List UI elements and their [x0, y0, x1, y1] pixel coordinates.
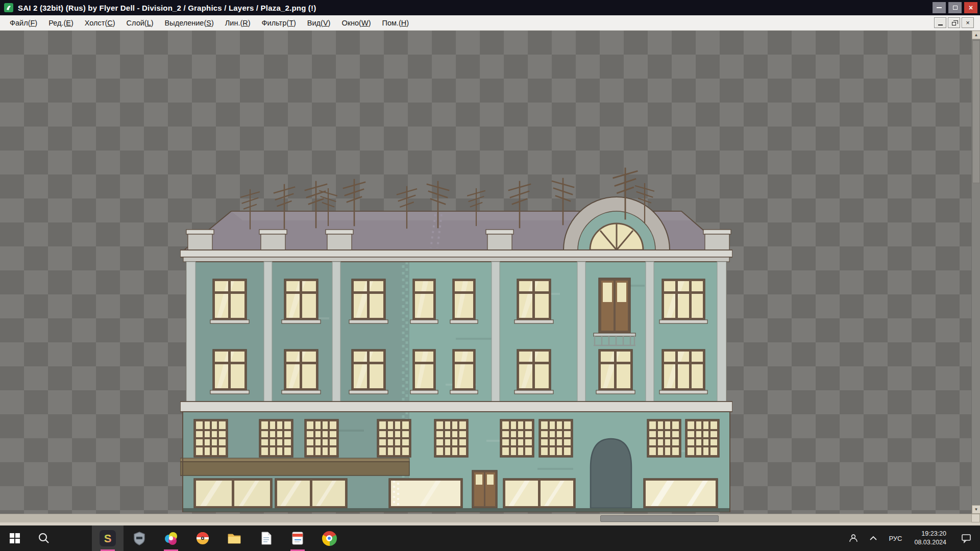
menu-item-edit[interactable]: Ред.(E)	[43, 15, 79, 30]
people-button[interactable]	[843, 525, 864, 551]
folder-icon	[227, 531, 242, 546]
minimize-button[interactable]	[933, 2, 946, 13]
people-icon	[848, 533, 859, 543]
awning	[180, 458, 409, 475]
dormer-arch	[564, 197, 670, 250]
clock-date: 08.03.2024	[914, 538, 946, 547]
taskbar-app-game[interactable]	[124, 525, 155, 551]
minimize-icon	[937, 7, 942, 8]
maximize-button[interactable]	[948, 2, 962, 13]
chrome-icon	[322, 531, 337, 546]
canvas-viewport[interactable]	[0, 31, 971, 514]
paint-splat-icon	[163, 531, 179, 546]
notebook-icon	[290, 531, 305, 546]
search-icon	[38, 532, 50, 544]
menu-item-help[interactable]: Пом.(H)	[376, 15, 414, 30]
taskbar-app-notes[interactable]	[282, 525, 313, 551]
system-tray: РУС 19:23:20 08.03.2024	[843, 525, 980, 551]
window-title: SAI 2 (32bit) (Rus) by Flyer Dell - Divi…	[18, 4, 316, 12]
maximize-icon	[953, 6, 958, 10]
menu-item-canvas[interactable]: Холст(C)	[79, 15, 121, 30]
doc-minimize-button[interactable]	[934, 17, 946, 28]
sai2-icon: S	[100, 530, 116, 546]
cornice	[180, 250, 732, 262]
start-button[interactable]	[0, 525, 30, 551]
restore-icon	[952, 22, 956, 26]
menu-item-line[interactable]: Лин.(R)	[219, 15, 256, 30]
scroll-up-button[interactable]: ▲	[972, 31, 980, 39]
balcony-door	[594, 278, 635, 345]
taskbar-app-round[interactable]	[187, 525, 218, 551]
ground-floor	[180, 412, 730, 512]
language-indicator[interactable]: РУС	[883, 525, 908, 551]
canvas-artwork-building	[180, 164, 732, 512]
menu-item-layer[interactable]: Слой(L)	[121, 15, 159, 30]
horizontal-scrollbar-thumb[interactable]	[600, 515, 719, 522]
action-center-button[interactable]	[952, 525, 980, 551]
search-button[interactable]	[30, 525, 58, 551]
vertical-scrollbar-thumb[interactable]	[972, 40, 980, 183]
vertical-scrollbar[interactable]: ▲ ▼	[971, 31, 980, 514]
close-button[interactable]: ×	[964, 2, 977, 13]
round-app-icon	[195, 531, 210, 546]
taskbar: S	[0, 525, 980, 551]
menu-item-window[interactable]: Окно(W)	[336, 15, 376, 30]
taskbar-app-sai2[interactable]: S	[92, 525, 124, 551]
menu-item-file[interactable]: Файл(F)	[4, 15, 43, 30]
scroll-down-button[interactable]: ▼	[972, 505, 980, 514]
chevron-up-icon	[869, 535, 877, 541]
menu-item-selection[interactable]: Выделение(S)	[159, 15, 219, 30]
scrollbar-corner	[971, 514, 980, 522]
desktop: SAI 2 (32bit) (Rus) by Flyer Dell - Divi…	[0, 0, 980, 551]
taskbar-app-chrome[interactable]	[313, 525, 345, 551]
menu-item-view[interactable]: Вид(V)	[302, 15, 336, 30]
clock-time: 19:23:20	[914, 530, 946, 538]
doc-restore-button[interactable]	[948, 17, 960, 28]
entrance-doors	[472, 470, 497, 508]
taskbar-app-explorer[interactable]	[218, 525, 250, 551]
game-icon	[132, 531, 147, 546]
notification-icon	[961, 533, 971, 543]
doc-close-button[interactable]: ×	[962, 17, 974, 28]
arch-passage	[591, 439, 631, 508]
windows-logo-icon	[9, 533, 20, 544]
app-icon	[4, 3, 13, 12]
document-window-controls: ×	[934, 17, 974, 28]
mid-band	[180, 402, 732, 412]
minimize-icon	[938, 24, 943, 26]
notepad-icon	[258, 531, 274, 546]
svg-text:S: S	[104, 532, 112, 545]
taskbar-spacer	[58, 525, 92, 551]
taskbar-app-notepad[interactable]	[250, 525, 282, 551]
menu-item-filter[interactable]: Фильтр(T)	[256, 15, 302, 30]
horizontal-scrollbar[interactable]	[0, 514, 971, 522]
title-bar: SAI 2 (32bit) (Rus) by Flyer Dell - Divi…	[0, 0, 980, 15]
menu-bar: Файл(F) Ред.(E) Холст(C) Слой(L) Выделен…	[0, 15, 980, 31]
tray-expand-button[interactable]	[864, 525, 883, 551]
taskbar-app-paint[interactable]	[155, 525, 187, 551]
clock[interactable]: 19:23:20 08.03.2024	[908, 525, 952, 551]
